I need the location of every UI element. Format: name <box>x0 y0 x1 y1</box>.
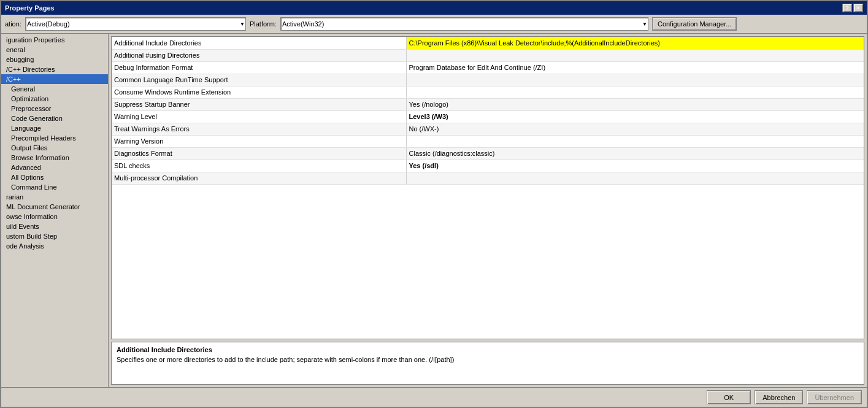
table-row: Diagnostics FormatClassic (/diagnostics:… <box>112 147 864 160</box>
sidebar-item-command-line[interactable]: Command Line <box>1 182 108 192</box>
sidebar-item-browse-info2[interactable]: owse Information <box>1 212 108 221</box>
sidebar-item-xml-doc[interactable]: ML Document Generator <box>1 202 108 212</box>
sidebar-item-general2[interactable]: General <box>1 84 108 94</box>
sidebar-item-cpp-directories[interactable]: /C++ Directories <box>1 64 108 74</box>
sidebar-item-optimization[interactable]: Optimization <box>1 94 108 104</box>
table-row: Multi-processor Compilation <box>112 172 864 184</box>
property-name: Additional #using Directories <box>112 49 406 61</box>
sidebar-item-general[interactable]: eneral <box>1 45 108 55</box>
platform-dropdown[interactable]: Active(Win32) <box>280 17 648 31</box>
description-title: Additional Include Directories <box>117 346 859 353</box>
properties-table: Additional Include DirectoriesC:\Program… <box>112 37 864 185</box>
config-dropdown[interactable]: Active(Debug) <box>25 17 246 31</box>
property-value: Program Database for Edit And Continue (… <box>406 61 864 74</box>
apply-button[interactable]: Übernehmen <box>807 390 862 404</box>
sidebar-item-preprocessor[interactable]: Preprocessor <box>1 104 108 114</box>
sidebar-item-advanced[interactable]: Advanced <box>1 163 108 172</box>
table-row: Common Language RunTime Support <box>112 74 864 86</box>
table-row: Debug Information FormatProgram Database… <box>112 61 864 74</box>
help-button[interactable]: ? <box>842 4 852 12</box>
property-name: Treat Warnings As Errors <box>112 123 406 135</box>
property-name: Common Language RunTime Support <box>112 74 406 86</box>
cancel-button[interactable]: Abbrechen <box>755 390 803 404</box>
title-bar: Property Pages ? ✕ <box>1 1 867 15</box>
property-name: SDL checks <box>112 160 406 172</box>
description-panel: Additional Include Directories Specifies… <box>111 342 864 385</box>
platform-dropdown-wrapper: Active(Win32) <box>280 17 648 31</box>
property-name: Consume Windows Runtime Extension <box>112 86 406 98</box>
sidebar-item-precompiled-headers[interactable]: Precompiled Headers <box>1 133 108 143</box>
config-label: ation: <box>5 20 21 28</box>
property-name: Suppress Startup Banner <box>112 98 406 110</box>
config-dropdown-wrapper: Active(Debug) <box>25 17 246 31</box>
sidebar-item-code-generation[interactable]: Code Generation <box>1 114 108 123</box>
sidebar-item-browse-information[interactable]: Browse Information <box>1 153 108 163</box>
bottom-buttons: OK Abbrechen Übernehmen <box>1 387 867 407</box>
title-bar-buttons: ? ✕ <box>842 4 863 12</box>
sidebar: iguration Properties eneral ebugging /C+… <box>1 34 109 387</box>
sidebar-item-debugging[interactable]: ebugging <box>1 55 108 64</box>
table-row: Suppress Startup BannerYes (/nologo) <box>112 98 864 110</box>
table-row: Additional Include DirectoriesC:\Program… <box>112 37 864 49</box>
property-name: Multi-processor Compilation <box>112 172 406 184</box>
table-row: SDL checksYes (/sdl) <box>112 160 864 172</box>
table-row: Additional #using Directories <box>112 49 864 61</box>
property-pages-window: Property Pages ? ✕ ation: Active(Debug) … <box>0 0 868 408</box>
sidebar-item-all-options[interactable]: All Options <box>1 172 108 182</box>
property-value: C:\Program Files (x86)\Visual Leak Detec… <box>406 37 864 49</box>
platform-label: Platform: <box>250 20 277 28</box>
property-value <box>406 172 864 184</box>
sidebar-item-configuration-properties[interactable]: iguration Properties <box>1 35 108 45</box>
sidebar-item-cpp[interactable]: /C++ <box>1 74 108 84</box>
sidebar-item-librarian[interactable]: rarian <box>1 192 108 202</box>
property-name: Warning Version <box>112 135 406 147</box>
description-text: Specifies one or more directories to add… <box>117 356 859 363</box>
property-value <box>406 86 864 98</box>
property-name: Debug Information Format <box>112 61 406 74</box>
toolbar: ation: Active(Debug) Platform: Active(Wi… <box>1 15 867 34</box>
property-value: Classic (/diagnostics:classic) <box>406 147 864 160</box>
content-area: Additional Include DirectoriesC:\Program… <box>109 34 867 387</box>
property-value <box>406 135 864 147</box>
property-name: Diagnostics Format <box>112 147 406 160</box>
ok-button[interactable]: OK <box>707 390 751 404</box>
properties-table-container: Additional Include DirectoriesC:\Program… <box>111 36 864 339</box>
property-value: Level3 (/W3) <box>406 110 864 123</box>
sidebar-item-custom-build[interactable]: ustom Build Step <box>1 231 108 241</box>
sidebar-item-output-files[interactable]: Output Files <box>1 143 108 153</box>
property-name: Additional Include Directories <box>112 37 406 49</box>
sidebar-item-language[interactable]: Language <box>1 123 108 133</box>
config-manager-button[interactable]: Configuration Manager... <box>652 17 737 31</box>
sidebar-item-code-analysis[interactable]: ode Analysis <box>1 241 108 251</box>
close-button[interactable]: ✕ <box>853 4 863 12</box>
table-row: Warning Version <box>112 135 864 147</box>
main-content: iguration Properties eneral ebugging /C+… <box>1 34 867 387</box>
table-row: Warning LevelLevel3 (/W3) <box>112 110 864 123</box>
property-value <box>406 49 864 61</box>
property-value: Yes (/nologo) <box>406 98 864 110</box>
property-value <box>406 74 864 86</box>
property-name: Warning Level <box>112 110 406 123</box>
sidebar-item-build-events[interactable]: uild Events <box>1 221 108 231</box>
table-row: Consume Windows Runtime Extension <box>112 86 864 98</box>
property-value: Yes (/sdl) <box>406 160 864 172</box>
property-value: No (/WX-) <box>406 123 864 135</box>
table-row: Treat Warnings As ErrorsNo (/WX-) <box>112 123 864 135</box>
window-title: Property Pages <box>5 4 55 12</box>
